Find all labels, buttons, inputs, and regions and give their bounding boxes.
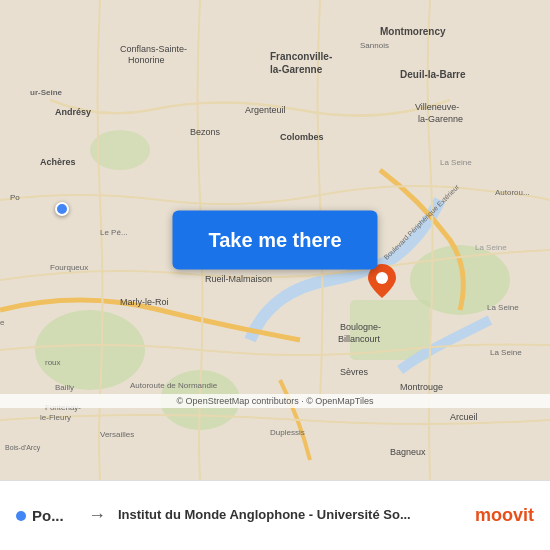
bottom-bar: Po... → Institut du Monde Anglophone - U… xyxy=(0,480,550,550)
svg-text:Argenteuil: Argenteuil xyxy=(245,105,286,115)
svg-text:Po: Po xyxy=(10,193,20,202)
moovit-brand-text: moovit xyxy=(475,505,534,526)
svg-text:Billancourt: Billancourt xyxy=(338,334,381,344)
from-label: Po... xyxy=(32,507,64,524)
svg-text:Autorou...: Autorou... xyxy=(495,188,530,197)
svg-text:e: e xyxy=(0,318,5,327)
map-attribution: © OpenStreetMap contributors · © OpenMap… xyxy=(0,394,550,408)
svg-text:Rueil-Malmaison: Rueil-Malmaison xyxy=(205,274,272,284)
svg-text:Autoroute de Normandie: Autoroute de Normandie xyxy=(130,381,218,390)
from-dot xyxy=(16,511,26,521)
svg-text:La Seine: La Seine xyxy=(490,348,522,357)
svg-text:Fourqueux: Fourqueux xyxy=(50,263,88,272)
svg-text:Franconville-: Franconville- xyxy=(270,51,332,62)
svg-text:La Seine: La Seine xyxy=(487,303,519,312)
svg-text:Colombes: Colombes xyxy=(280,132,324,142)
svg-text:Marly-le-Roi: Marly-le-Roi xyxy=(120,297,169,307)
svg-text:Conflans-Sainte-: Conflans-Sainte- xyxy=(120,44,187,54)
svg-point-1 xyxy=(35,310,145,390)
app: ur-Seine Andrésy Achères Po Franconville… xyxy=(0,0,550,550)
to-section: Institut du Monde Anglophone - Universit… xyxy=(118,507,463,524)
svg-text:Bezons: Bezons xyxy=(190,127,221,137)
svg-text:Bois-d'Arcy: Bois-d'Arcy xyxy=(5,444,41,452)
svg-text:Deuil-la-Barre: Deuil-la-Barre xyxy=(400,69,466,80)
svg-text:Sannois: Sannois xyxy=(360,41,389,50)
svg-text:la-Garenne: la-Garenne xyxy=(418,114,463,124)
map-container: ur-Seine Andrésy Achères Po Franconville… xyxy=(0,0,550,480)
svg-text:Duplessis: Duplessis xyxy=(270,428,305,437)
svg-text:Andrésy: Andrésy xyxy=(55,107,91,117)
svg-text:le-Fleury: le-Fleury xyxy=(40,413,71,422)
svg-text:Villeneuve-: Villeneuve- xyxy=(415,102,459,112)
svg-text:Arcueil: Arcueil xyxy=(450,412,478,422)
svg-text:Honorine: Honorine xyxy=(128,55,165,65)
to-label: Institut du Monde Anglophone - Universit… xyxy=(118,507,463,524)
svg-text:Montmorency: Montmorency xyxy=(380,26,446,37)
svg-text:Bailly: Bailly xyxy=(55,383,74,392)
svg-text:Achères: Achères xyxy=(40,157,76,167)
svg-text:Bagneux: Bagneux xyxy=(390,447,426,457)
svg-text:ur-Seine: ur-Seine xyxy=(30,88,63,97)
arrow-icon: → xyxy=(88,505,106,526)
moovit-logo: moovit xyxy=(475,505,534,526)
svg-text:Le Pé...: Le Pé... xyxy=(100,228,128,237)
svg-text:la-Garenne: la-Garenne xyxy=(270,64,323,75)
svg-text:roux: roux xyxy=(45,358,61,367)
svg-text:Boulogne-: Boulogne- xyxy=(340,322,381,332)
svg-text:Sèvres: Sèvres xyxy=(340,367,369,377)
take-me-there-button[interactable]: Take me there xyxy=(172,211,377,270)
svg-point-47 xyxy=(376,272,388,284)
svg-text:Montrouge: Montrouge xyxy=(400,382,443,392)
origin-marker xyxy=(55,202,69,216)
svg-text:La Seine: La Seine xyxy=(475,243,507,252)
from-section: Po... xyxy=(16,507,76,524)
svg-text:Versailles: Versailles xyxy=(100,430,134,439)
svg-text:La Seine: La Seine xyxy=(440,158,472,167)
